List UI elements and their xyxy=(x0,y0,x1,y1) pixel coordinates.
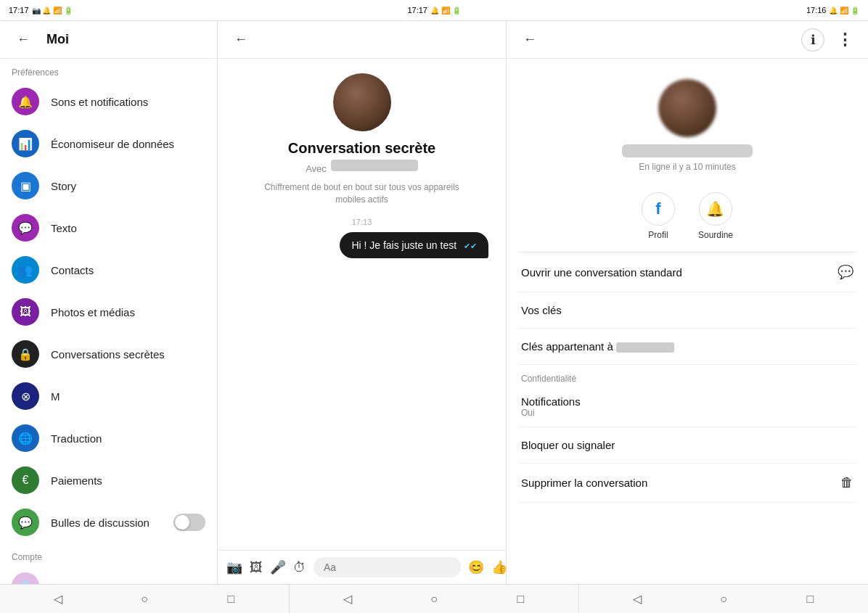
open-conv-item[interactable]: Ouvrir une conversation standard 💬 xyxy=(518,252,856,292)
message-input[interactable] xyxy=(314,557,461,577)
message-timestamp: 17:13 xyxy=(352,218,372,226)
texto-icon: 💬 xyxy=(12,214,39,242)
nav-home-center[interactable]: ○ xyxy=(424,589,444,609)
status-right: 17:16 🔔 📶 🔋 xyxy=(578,6,868,15)
conversation-body: Conversation secrète Avec Chiffrement de… xyxy=(218,59,506,550)
settings-item-secret[interactable]: 🔒 Conversations secrètes xyxy=(0,333,217,375)
settings-item-notifications[interactable]: 🔔 Sons et notifications xyxy=(0,81,217,123)
texto-label: Texto xyxy=(51,222,205,234)
traduction-label: Traduction xyxy=(51,432,205,445)
status-icons-right: 🔔 📶 🔋 xyxy=(829,7,859,15)
status-icons-left: 📷 🔔 📶 🔋 xyxy=(32,7,73,15)
profil-button[interactable]: f Profil xyxy=(642,192,675,240)
nav-bars: ◁ ○ □ ◁ ○ □ ◁ ○ □ xyxy=(0,584,868,613)
conversation-input-bar: 📷 🖼 🎤 ⏱ 😊 👍 xyxy=(218,550,506,584)
panels-container: ← Moi Préférences 🔔 Sons et notification… xyxy=(0,20,868,584)
bloquer-label: Bloquer ou signaler xyxy=(521,439,615,451)
nav-recents-center[interactable]: □ xyxy=(510,589,531,609)
data-label: Économiseur de données xyxy=(51,138,205,150)
sourdine-icon: 🔔 xyxy=(699,192,732,226)
photos-label: Photos et médias xyxy=(51,306,205,318)
message-checkmark: ✔✔ xyxy=(464,242,477,250)
contacts-icon: 👥 xyxy=(12,256,39,284)
open-conv-label: Ouvrir une conversation standard xyxy=(521,266,682,279)
supprimer-icon: 🗑 xyxy=(840,475,853,490)
cles-app-label: Clés appartenant à xyxy=(521,340,674,353)
settings-item-photos[interactable]: 🖼 Photos et médias xyxy=(0,291,217,333)
message-row: Hi ! Je fais juste un test ✔✔ xyxy=(232,232,491,258)
settings-title: Moi xyxy=(46,32,69,47)
emoji-button[interactable]: 😊 xyxy=(468,556,484,578)
gallery-button[interactable]: 🖼 xyxy=(250,556,263,578)
nav-home-left[interactable]: ○ xyxy=(134,589,155,609)
cles-name-blurred xyxy=(616,342,674,353)
settings-item-contacts[interactable]: 👥 Contacts xyxy=(0,249,217,291)
toggle-knob xyxy=(175,515,189,530)
sourdine-label: Sourdine xyxy=(698,230,733,240)
traduction-icon: 🌐 xyxy=(12,424,39,452)
bloquer-item[interactable]: Bloquer ou signaler xyxy=(518,427,856,464)
settings-item-story[interactable]: ▣ Story xyxy=(0,165,217,207)
info-header: ← ℹ ⋮ xyxy=(507,21,868,59)
secret-label: Conversations secrètes xyxy=(51,348,205,361)
nav-back-right[interactable]: ◁ xyxy=(627,589,647,609)
nav-bar-left: ◁ ○ □ xyxy=(0,585,289,613)
info-actions: f Profil 🔔 Sourdine xyxy=(518,184,856,252)
time-right: 17:16 xyxy=(806,6,827,15)
data-icon: 📊 xyxy=(12,130,39,157)
secret-icon: 🔒 xyxy=(12,340,39,368)
info-avatar xyxy=(658,79,716,137)
nav-recents-left[interactable]: □ xyxy=(221,589,241,609)
microphone-button[interactable]: 🎤 xyxy=(270,556,286,578)
nav-bar-right: ◁ ○ □ xyxy=(578,585,868,613)
info-back-button[interactable]: ← xyxy=(518,28,541,52)
settings-list: Préférences 🔔 Sons et notifications 📊 Éc… xyxy=(0,59,217,584)
nav-home-right[interactable]: ○ xyxy=(713,589,734,609)
m-label: M xyxy=(51,390,205,403)
notifications-sublabel: Oui xyxy=(521,408,853,418)
supprimer-label: Supprimer la conversation xyxy=(521,477,647,489)
info-icon-button[interactable]: ℹ xyxy=(801,28,824,52)
bulles-toggle[interactable] xyxy=(173,514,205,531)
m-icon: ⊗ xyxy=(12,382,39,410)
supprimer-item[interactable]: Supprimer la conversation 🗑 xyxy=(518,464,856,503)
compte-icon: 👤 xyxy=(12,572,39,584)
status-left: 17:17 📷 🔔 📶 🔋 xyxy=(0,6,290,15)
notifications-label: Sons et notifications xyxy=(51,96,205,108)
cles-app-item[interactable]: Clés appartenant à xyxy=(518,329,856,365)
settings-item-bulles[interactable]: 💬 Bulles de discussion xyxy=(0,501,217,543)
info-status: En ligne il y a 10 minutes xyxy=(639,162,735,172)
settings-back-button[interactable]: ← xyxy=(12,28,35,52)
time-left: 17:17 xyxy=(9,6,29,15)
nav-bar-center: ◁ ○ □ xyxy=(289,585,578,613)
info-profile: En ligne il y a 10 minutes xyxy=(518,70,856,184)
panel-info: ← ℹ ⋮ En ligne il y a 10 minutes f Profi… xyxy=(507,21,868,584)
nav-recents-right[interactable]: □ xyxy=(800,589,820,609)
vos-cles-item[interactable]: Vos clés xyxy=(518,292,856,329)
camera-button[interactable]: 📷 xyxy=(226,556,242,578)
paiements-icon: € xyxy=(12,466,39,494)
notifications-item[interactable]: Notifications Oui xyxy=(518,387,856,427)
sourdine-button[interactable]: 🔔 Sourdine xyxy=(698,192,733,240)
info-body: En ligne il y a 10 minutes f Profil 🔔 So… xyxy=(507,59,868,584)
settings-item-m[interactable]: ⊗ M xyxy=(0,375,217,417)
settings-header: ← Moi xyxy=(0,21,217,59)
nav-back-left[interactable]: ◁ xyxy=(48,589,68,609)
timer-button[interactable]: ⏱ xyxy=(293,556,306,578)
settings-item-paiements[interactable]: € Paiements xyxy=(0,459,217,501)
conversation-header: ← xyxy=(218,21,506,59)
notifications-icon: 🔔 xyxy=(12,88,39,115)
photos-icon: 🖼 xyxy=(12,298,39,326)
settings-item-texto[interactable]: 💬 Texto xyxy=(0,207,217,249)
compte-label: ... xyxy=(51,580,205,585)
section-label-compte: Compte xyxy=(0,543,217,565)
conversation-back-button[interactable]: ← xyxy=(229,28,253,52)
nav-back-center[interactable]: ◁ xyxy=(337,589,358,609)
settings-item-data[interactable]: 📊 Économiseur de données xyxy=(0,123,217,165)
settings-item-traduction[interactable]: 🌐 Traduction xyxy=(0,417,217,459)
thumbsup-button[interactable]: 👍 xyxy=(491,556,507,578)
settings-item-compte-placeholder[interactable]: 👤 ... xyxy=(0,565,217,584)
bulles-label: Bulles de discussion xyxy=(51,517,162,529)
info-more-button[interactable]: ⋮ xyxy=(833,28,856,52)
conversation-partner-name xyxy=(331,160,418,171)
